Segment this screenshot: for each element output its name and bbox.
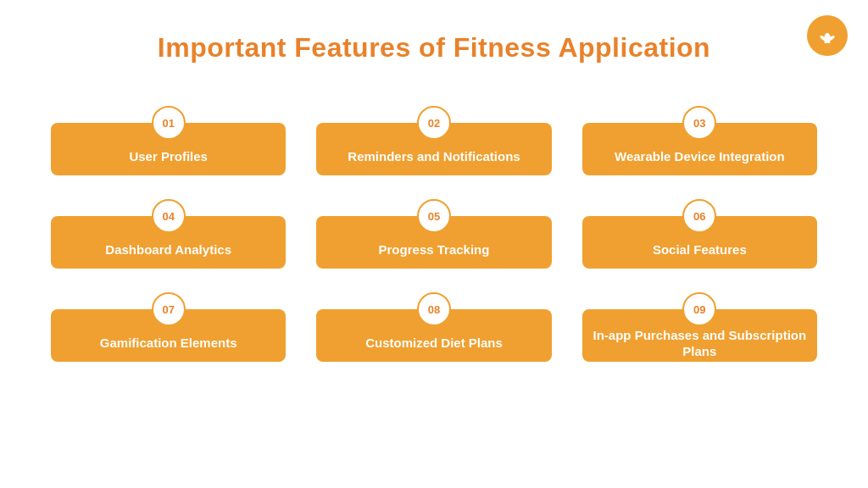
feature-number-7: 07 <box>152 292 186 326</box>
feature-label-3: Wearable Device Integration <box>615 148 785 165</box>
feature-number-4: 04 <box>152 199 186 233</box>
feature-label-2: Reminders and Notifications <box>348 148 520 165</box>
logo-icon <box>807 15 848 56</box>
feature-item-8: 08Customized Diet Plans <box>316 292 551 362</box>
svg-point-5 <box>825 33 830 38</box>
feature-item-9: 09In-app Purchases and Subscription Plan… <box>582 292 817 362</box>
feature-number-2: 02 <box>417 106 451 140</box>
feature-number-8: 08 <box>417 292 451 326</box>
feature-number-1: 01 <box>152 106 186 140</box>
feature-item-3: 03Wearable Device Integration <box>582 106 817 175</box>
feature-label-7: Gamification Elements <box>100 335 237 352</box>
feature-item-1: 01User Profiles <box>51 106 286 175</box>
feature-number-5: 05 <box>417 199 451 233</box>
feature-label-4: Dashboard Analytics <box>105 241 231 258</box>
feature-item-7: 07Gamification Elements <box>51 292 286 362</box>
page-title: Important Features of Fitness Applicatio… <box>0 0 868 64</box>
feature-label-5: Progress Tracking <box>379 241 490 258</box>
feature-item-5: 05Progress Tracking <box>316 199 551 269</box>
feature-label-6: Social Features <box>653 241 747 258</box>
feature-label-8: Customized Diet Plans <box>365 335 503 352</box>
feature-label-9: In-app Purchases and Subscription Plans <box>593 327 807 360</box>
features-grid: 01User Profiles02Reminders and Notificat… <box>0 72 868 379</box>
feature-item-2: 02Reminders and Notifications <box>316 106 551 175</box>
feature-item-6: 06Social Features <box>582 199 817 269</box>
feature-item-4: 04Dashboard Analytics <box>51 199 286 269</box>
feature-label-1: User Profiles <box>129 148 208 165</box>
